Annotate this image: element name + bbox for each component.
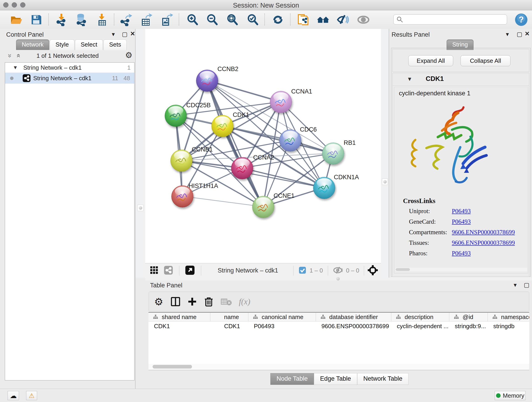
network-row-selected[interactable]: String Network – cdk1 11 48 — [5, 73, 134, 84]
first-neighbors-icon[interactable] — [317, 13, 330, 26]
horizontal-splitter[interactable] — [145, 278, 532, 281]
add-column-icon[interactable] — [188, 297, 196, 306]
collection-expander-icon[interactable]: ▼ — [13, 65, 18, 70]
column-header-namespace[interactable]: namespace — [488, 313, 529, 321]
table-panel-menu-icon[interactable]: ▾ — [514, 281, 517, 288]
network-node-CDC25B[interactable] — [165, 105, 187, 127]
hide-selected-icon[interactable] — [337, 13, 350, 26]
gene-expander-icon[interactable]: ▼ — [407, 76, 412, 82]
table-hscrollbar-thumb[interactable] — [152, 365, 192, 369]
column-header-canonical-name[interactable]: canonical name — [248, 313, 316, 321]
network-options-gear-icon[interactable]: ⚙ — [125, 51, 133, 60]
selected-checkbox-icon[interactable] — [299, 267, 306, 274]
crosslink-value-link[interactable]: P06493 — [452, 250, 471, 257]
zoom-out-icon[interactable] — [206, 13, 219, 26]
network-node-CDKN1A[interactable] — [313, 177, 335, 199]
network-node-CDK1[interactable] — [211, 115, 234, 137]
crosslink-value-link[interactable]: P06493 — [452, 218, 471, 225]
export-image-icon[interactable] — [160, 13, 173, 26]
save-session-icon[interactable] — [30, 13, 43, 26]
crosslink-value-link[interactable]: 9606.ENSP00000378699 — [452, 239, 515, 246]
warnings-button[interactable]: ⚠ — [26, 391, 37, 400]
network-view-toolbar: String Network – cdk1 1 – 0 0 – 0 — [145, 263, 381, 278]
cell--id[interactable]: stringdb:9... — [449, 323, 488, 330]
open-session-icon[interactable] — [9, 13, 23, 26]
tab-network[interactable]: Network — [16, 39, 49, 50]
delete-column-icon[interactable] — [204, 297, 213, 306]
export-network-icon[interactable] — [119, 13, 133, 26]
import-network-icon[interactable] — [55, 13, 68, 26]
table-row[interactable]: CDK1CDK1P064939606.ENSP00000378699cyclin… — [148, 322, 529, 331]
collapse-all-button[interactable]: Collapse All — [461, 55, 510, 66]
network-view-share-icon[interactable] — [164, 266, 173, 275]
network-node-CCNA2[interactable] — [231, 157, 253, 179]
show-columns-icon[interactable] — [171, 297, 180, 306]
tab-edge-table[interactable]: Edge Table — [314, 373, 357, 385]
tab-select[interactable]: Select — [75, 39, 103, 50]
column-header--id[interactable]: @id — [449, 313, 488, 321]
network-node-CDC6[interactable] — [279, 129, 301, 152]
control-panel-close-icon[interactable]: ✕ — [130, 30, 135, 37]
column-header-database-identifier[interactable]: database identifier — [316, 313, 391, 321]
tab-network-table[interactable]: Network Table — [357, 373, 409, 385]
tab-string[interactable]: String — [447, 39, 474, 50]
import-table-icon[interactable] — [95, 13, 109, 26]
control-panel-menu-icon[interactable]: ▾ — [112, 31, 115, 38]
table-hscrollbar[interactable] — [148, 364, 529, 370]
protein-thumbnail-icon — [317, 183, 331, 195]
results-hscrollbar[interactable] — [395, 268, 527, 271]
results-panel-menu-icon[interactable]: ▾ — [506, 31, 509, 38]
left-splitter[interactable] — [135, 29, 145, 278]
table-panel-float-icon[interactable]: ▢ — [524, 281, 530, 288]
network-node-CCNB2[interactable] — [196, 70, 218, 92]
results-panel-close-icon[interactable]: ✕ — [525, 30, 530, 37]
cell-name[interactable]: CDK1 — [210, 323, 248, 330]
fit-selected-crosshair-icon[interactable] — [368, 265, 378, 276]
cell-database-identifier[interactable]: 9606.ENSP00000378699 — [316, 323, 391, 330]
search-input[interactable] — [393, 14, 507, 25]
gene-card-header[interactable]: ▼ CDK1 — [393, 73, 529, 86]
column-header-description[interactable]: description — [391, 313, 449, 321]
clone-network-icon[interactable] — [296, 13, 310, 26]
function-builder-icon[interactable]: f(x) — [239, 297, 250, 306]
horizontal-splitter-handle[interactable] — [336, 277, 340, 281]
network-canvas[interactable]: CCNB2CCNA1CDC25BCDK1CDC6RB1CCNB1CCNA2CDK… — [145, 29, 381, 263]
right-splitter[interactable] — [381, 29, 389, 278]
network-node-CCNA1[interactable] — [270, 91, 292, 113]
crosslink-value-link[interactable]: 9606.ENSP00000378699 — [452, 229, 515, 236]
cell-description[interactable]: cyclin-dependent ... — [391, 323, 449, 330]
export-table-icon[interactable] — [139, 13, 152, 26]
network-node-RB1[interactable] — [322, 143, 344, 165]
results-actions-box: Expand All Collapse All — [393, 49, 529, 72]
right-splitter-handle[interactable] — [382, 179, 388, 185]
left-splitter-handle[interactable] — [138, 205, 143, 211]
help-icon[interactable]: ? — [515, 13, 528, 26]
tab-style[interactable]: Style — [50, 39, 75, 50]
column-header-name[interactable]: name — [210, 313, 248, 321]
tab-node-table[interactable]: Node Table — [270, 373, 314, 385]
cloud-button[interactable]: ☁ — [7, 391, 19, 400]
cell-canonical-name[interactable]: P06493 — [248, 323, 316, 330]
crosslink-value-link[interactable]: P06493 — [452, 208, 471, 215]
memory-button[interactable]: Memory — [495, 391, 526, 400]
network-node-CCNE1[interactable] — [252, 196, 274, 218]
tab-sets[interactable]: Sets — [103, 39, 127, 50]
results-panel-float-icon[interactable]: ▢ — [517, 31, 522, 38]
cell-namespace[interactable]: stringdb — [488, 323, 529, 330]
open-in-new-window-icon[interactable] — [185, 266, 195, 276]
zoom-in-icon[interactable] — [186, 13, 199, 26]
cell-shared-name[interactable]: CDK1 — [148, 323, 210, 330]
zoom-fit-icon[interactable] — [226, 13, 239, 26]
column-header-shared-name[interactable]: shared name — [148, 313, 210, 321]
control-panel-float-icon[interactable]: ▢ — [122, 31, 128, 38]
import-database-icon[interactable] — [75, 13, 88, 26]
delete-table-icon[interactable] — [221, 298, 232, 306]
show-all-icon[interactable] — [357, 13, 370, 26]
network-node-CCNB1[interactable] — [171, 150, 192, 172]
expand-all-button[interactable]: Expand All — [408, 55, 453, 66]
table-settings-gear-icon[interactable]: ⚙ — [154, 296, 163, 307]
birds-eye-grid-icon[interactable] — [150, 266, 158, 275]
zoom-selected-icon[interactable] — [246, 13, 259, 26]
network-collection-row[interactable]: ▼ String Network – cdk1 1 — [5, 63, 134, 73]
refresh-icon[interactable] — [271, 13, 285, 26]
